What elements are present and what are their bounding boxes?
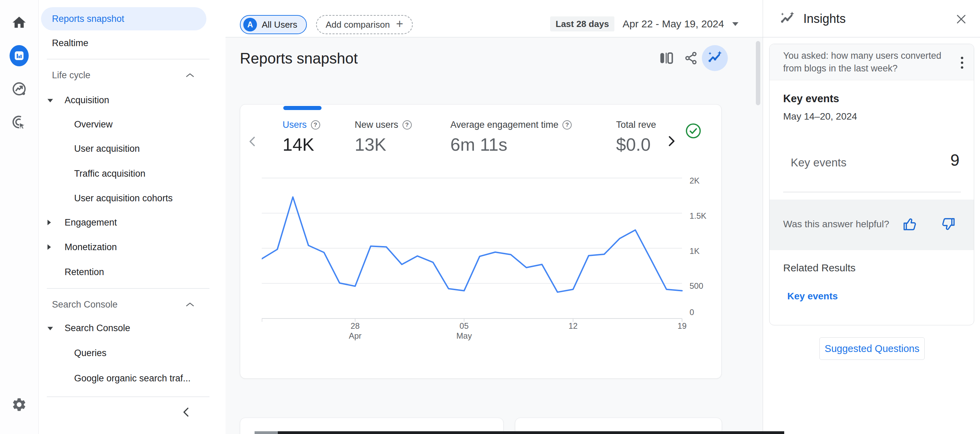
sidebar-item-overview[interactable]: Overview bbox=[38, 115, 226, 134]
sidebar-item-traffic-acquisition[interactable]: Traffic acquisition bbox=[38, 164, 226, 183]
users-line-chart[interactable]: 05001K1.5K2K28Apr05May1219 bbox=[262, 173, 716, 340]
explore-icon[interactable] bbox=[10, 113, 29, 132]
section-search-console[interactable]: Search Console bbox=[38, 295, 226, 314]
svg-text:May: May bbox=[457, 331, 472, 340]
svg-text:12: 12 bbox=[569, 321, 578, 331]
section-label: Search Console bbox=[52, 299, 118, 310]
sidebar-item-label: Queries bbox=[74, 348, 107, 358]
thumbs-up-icon[interactable] bbox=[902, 216, 918, 232]
share-icon[interactable] bbox=[683, 50, 699, 66]
help-icon[interactable]: ? bbox=[562, 120, 572, 130]
sidebar-item-google-organic-search-traffic[interactable]: Google organic search traf... bbox=[38, 369, 226, 388]
insights-question: You asked: how many users converted from… bbox=[783, 49, 947, 75]
metric-label: Users bbox=[283, 119, 307, 130]
close-icon[interactable] bbox=[954, 12, 969, 27]
insights-header: Insights bbox=[763, 0, 980, 38]
metric-value: $0.0 bbox=[616, 134, 656, 155]
advertising-icon bbox=[11, 81, 27, 97]
svg-text:1.5K: 1.5K bbox=[690, 211, 706, 220]
insights-metric-value: 9 bbox=[950, 151, 959, 170]
comparison-icon bbox=[659, 51, 674, 65]
sidebar-item-label: Google organic search traf... bbox=[74, 373, 191, 384]
collapse-nav-button[interactable] bbox=[179, 404, 195, 420]
add-comparison-label: Add comparison bbox=[326, 19, 390, 30]
section-life-cycle[interactable]: Life cycle bbox=[38, 65, 226, 85]
overview-metrics-card: Users ? 14K New users ? 13K Average enga… bbox=[240, 104, 722, 378]
sidebar-item-monetization[interactable]: Monetization bbox=[38, 237, 226, 257]
sidebar-item-label: Traffic acquisition bbox=[74, 169, 146, 179]
date-range-picker[interactable]: Last 28 days Apr 22 - May 19, 2024 bbox=[550, 16, 738, 32]
metrics-scroll-left-button[interactable] bbox=[247, 135, 259, 148]
ga4-reports-page: Reports snapshot Realtime Life cycle Acq… bbox=[0, 0, 980, 434]
all-users-segment-chip[interactable]: A All Users bbox=[240, 15, 307, 34]
advertising-icon[interactable] bbox=[10, 79, 29, 99]
sidebar-item-user-acquisition-cohorts[interactable]: User acquisition cohorts bbox=[38, 189, 226, 208]
more-options-icon[interactable] bbox=[957, 53, 967, 72]
sidebar-item-search-console[interactable]: Search Console bbox=[38, 318, 226, 338]
expander-right-icon bbox=[48, 220, 51, 225]
insights-panel: Insights You asked: how many users conve… bbox=[763, 0, 980, 434]
svg-text:500: 500 bbox=[690, 281, 703, 291]
insights-icon bbox=[707, 50, 723, 66]
sidebar-item-acquisition[interactable]: Acquisition bbox=[38, 91, 226, 110]
sidebar-item-label: Engagement bbox=[65, 217, 117, 228]
insights-result-date-range: May 14–20, 2024 bbox=[783, 111, 857, 122]
metric-value: 14K bbox=[283, 134, 320, 155]
metric-avg-engagement-time[interactable]: Average engagement time ? 6m 11s bbox=[450, 119, 572, 155]
sidebar-item-user-acquisition[interactable]: User acquisition bbox=[38, 139, 226, 158]
related-result-link[interactable]: Key events bbox=[787, 291, 838, 302]
chevron-up-icon bbox=[186, 302, 194, 307]
section-label: Life cycle bbox=[52, 70, 91, 81]
data-quality-check-icon[interactable] bbox=[685, 123, 702, 139]
app-rail bbox=[0, 0, 38, 434]
metric-new-users[interactable]: New users ? 13K bbox=[355, 119, 412, 155]
sidebar-item-label: Acquisition bbox=[65, 95, 109, 106]
main-scrollbar-thumb[interactable] bbox=[756, 41, 760, 105]
expander-right-icon bbox=[48, 244, 51, 250]
expander-down-icon bbox=[48, 327, 53, 331]
sidebar-item-engagement[interactable]: Engagement bbox=[38, 213, 226, 232]
chevron-down-icon bbox=[732, 22, 738, 26]
sidebar-item-retention[interactable]: Retention bbox=[38, 262, 226, 281]
segment-label: All Users bbox=[262, 19, 297, 30]
home-icon[interactable] bbox=[10, 13, 29, 32]
metric-total-revenue[interactable]: Total reve $0.0 bbox=[616, 119, 656, 155]
active-card-tab-indicator[interactable] bbox=[283, 106, 321, 110]
chevron-left-icon bbox=[247, 135, 259, 148]
insights-result-title: Key events bbox=[783, 92, 839, 105]
nav-divider bbox=[47, 396, 210, 397]
suggested-questions-button[interactable]: Suggested Questions bbox=[819, 337, 924, 360]
insights-button[interactable] bbox=[702, 45, 728, 71]
comparison-icon[interactable] bbox=[658, 50, 675, 66]
divider bbox=[783, 192, 961, 192]
svg-text:19: 19 bbox=[678, 321, 687, 331]
reports-icon[interactable] bbox=[10, 45, 29, 66]
metrics-scroll-right-button[interactable] bbox=[665, 135, 678, 148]
sidebar-item-reports-snapshot[interactable]: Reports snapshot bbox=[41, 7, 207, 30]
metric-value: 13K bbox=[355, 134, 412, 155]
metric-value: 6m 11s bbox=[450, 134, 572, 155]
chevron-left-icon bbox=[181, 406, 193, 418]
bar-chart-icon bbox=[13, 50, 25, 62]
metric-users[interactable]: Users ? 14K bbox=[283, 119, 320, 155]
page-title: Reports snapshot bbox=[240, 50, 358, 67]
help-icon[interactable]: ? bbox=[311, 120, 320, 130]
sidebar-item-queries[interactable]: Queries bbox=[38, 343, 226, 362]
metric-label: New users bbox=[355, 119, 398, 130]
plus-icon: + bbox=[396, 18, 403, 30]
insights-question-section: You asked: how many users converted from… bbox=[770, 44, 974, 80]
sidebar-item-label: Search Console bbox=[65, 323, 130, 334]
metric-label: Total reve bbox=[616, 119, 656, 130]
feedback-band: Was this answer helpful? bbox=[770, 200, 974, 250]
sidebar-item-realtime[interactable]: Realtime bbox=[38, 33, 226, 52]
svg-text:05: 05 bbox=[460, 321, 469, 331]
sidebar-item-label: User acquisition bbox=[74, 143, 140, 154]
comparison-topbar: A All Users Add comparison + Last 28 day… bbox=[226, 0, 763, 38]
help-icon[interactable]: ? bbox=[402, 120, 412, 130]
reports-active-circle bbox=[10, 45, 29, 66]
share-icon bbox=[683, 51, 698, 65]
thumbs-down-icon[interactable] bbox=[940, 216, 956, 232]
add-comparison-button[interactable]: Add comparison + bbox=[316, 15, 413, 34]
admin-gear-icon[interactable] bbox=[10, 395, 29, 414]
home-icon bbox=[11, 15, 27, 30]
